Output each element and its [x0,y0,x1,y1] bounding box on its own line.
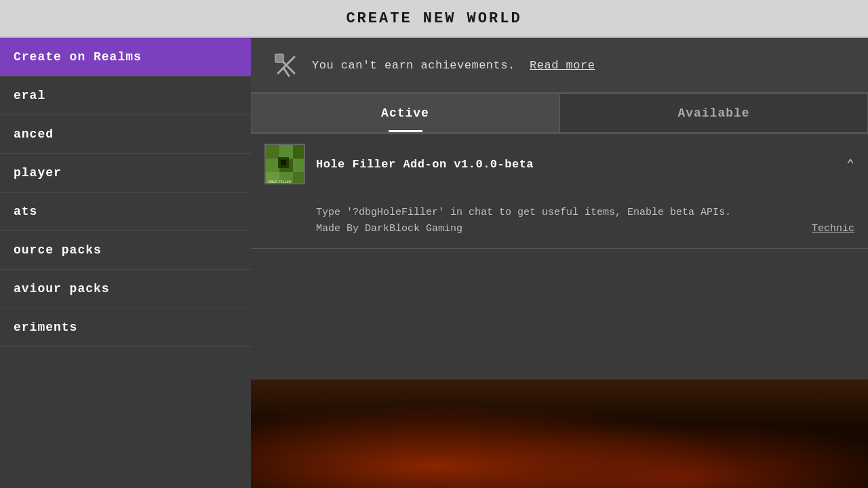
achievement-icon [271,50,301,80]
addon-thumbnail-svg: HOLE FILLER [266,145,305,184]
content-area: You can't earn achievements. Read more A… [251,38,868,488]
page-header: CREATE NEW WORLD [0,0,868,38]
achievement-text: You can't earn achievements. Read more [312,59,595,72]
sidebar-item-general[interactable]: eral [0,77,251,115]
svg-rect-5 [266,145,279,159]
tab-available[interactable]: Available [559,94,868,133]
sidebar: Create on Realms eral anced player ats o… [0,38,251,488]
addon-description: Type '?dbgHoleFiller' in chat to get use… [251,194,868,248]
svg-rect-7 [293,145,305,159]
technic-link[interactable]: Technic [812,221,854,237]
sidebar-item-cheats[interactable]: ats [0,192,251,231]
page-title: CREATE NEW WORLD [346,10,521,27]
addon-thumbnail: HOLE FILLER [264,144,305,184]
svg-rect-2 [275,54,283,62]
read-more-link[interactable]: Read more [530,59,595,72]
sidebar-item-experiments[interactable]: eriments [0,308,251,347]
sidebar-item-resource-packs[interactable]: ource packs [0,231,251,270]
main-layout: Create on Realms eral anced player ats o… [0,38,868,488]
tab-active[interactable]: Active [251,94,559,133]
no-achievement-icon [273,52,300,79]
svg-line-3 [283,68,289,76]
svg-rect-11 [281,160,286,165]
addon-list: HOLE FILLER Hole Filler Add-on v1.0.0-be… [251,134,868,380]
tabs-container: Active Available [251,94,868,134]
sidebar-item-create-on-realms[interactable]: Create on Realms [0,38,251,77]
svg-rect-9 [293,172,305,184]
sidebar-item-advanced[interactable]: anced [0,115,251,154]
addon-item-hole-filler: HOLE FILLER Hole Filler Add-on v1.0.0-be… [251,134,868,249]
svg-text:HOLE FILLER: HOLE FILLER [269,180,292,184]
world-preview [251,380,868,488]
sidebar-item-multiplayer[interactable]: player [0,154,251,192]
collapse-icon[interactable]: ⌃ [846,156,854,173]
sidebar-item-behaviour-packs[interactable]: aviour packs [0,270,251,308]
addon-name: Hole Filler Add-on v1.0.0-beta [316,158,835,171]
addon-desc-text: Type '?dbgHoleFiller' in chat to get use… [316,205,798,237]
addon-header[interactable]: HOLE FILLER Hole Filler Add-on v1.0.0-be… [251,134,868,194]
achievement-banner: You can't earn achievements. Read more [251,38,868,94]
